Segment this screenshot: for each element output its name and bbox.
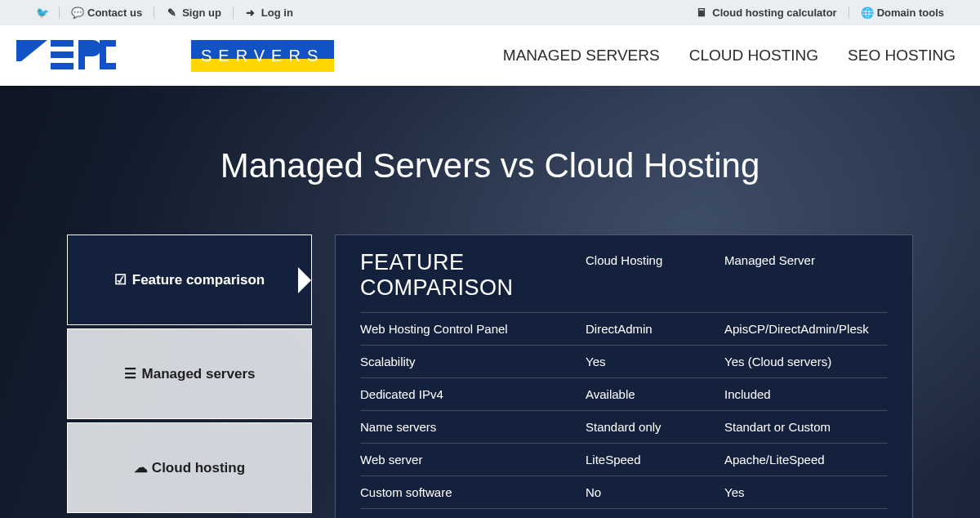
value-cloud: LiteSpeed xyxy=(586,453,724,467)
value-managed: Yes (Cloud servers) xyxy=(724,355,888,368)
login-icon: ➜ xyxy=(245,7,256,19)
column-managed-server: Managed Server xyxy=(724,250,888,267)
page-title: Managed Servers vs Cloud Hosting xyxy=(0,86,980,234)
server-icon: ☰ xyxy=(124,365,136,382)
nav-cloud-hosting[interactable]: CLOUD HOSTING xyxy=(689,47,818,65)
logo[interactable]: SERVERS xyxy=(15,33,334,78)
calculator-link[interactable]: 🖩Cloud hosting calculator xyxy=(684,7,849,19)
side-tabs: ☑ Feature comparison ☰ Managed servers ☁… xyxy=(67,234,312,518)
svg-rect-2 xyxy=(51,51,74,58)
svg-rect-1 xyxy=(51,40,74,47)
feature-name: Dedicated IPv4 xyxy=(360,387,586,401)
table-row: Web serverLiteSpeedApache/LiteSpeed xyxy=(360,443,888,476)
comparison-panel: FEATURE COMPARISON Cloud Hosting Managed… xyxy=(335,234,913,518)
comparison-rows: Web Hosting Control PanelDirectAdminApis… xyxy=(360,312,888,518)
login-label: Log in xyxy=(261,7,293,19)
twitter-icon: 🐦 xyxy=(36,7,47,19)
contact-link[interactable]: 💬Contact us xyxy=(60,7,154,19)
value-managed: Yes xyxy=(724,485,888,499)
contact-label: Contact us xyxy=(87,7,142,19)
login-link[interactable]: ➜Log in xyxy=(234,7,305,19)
tab-cloud-hosting[interactable]: ☁ Cloud hosting xyxy=(67,422,312,513)
value-cloud: Standard only xyxy=(586,420,724,434)
value-managed: Included xyxy=(724,387,888,401)
feature-name: Name servers xyxy=(360,420,586,434)
hero: Managed Servers vs Cloud Hosting ☑ Featu… xyxy=(0,86,980,518)
logo-badge: SERVERS xyxy=(191,40,334,72)
panel-header: FEATURE COMPARISON Cloud Hosting Managed… xyxy=(360,250,888,301)
signup-label: Sign up xyxy=(182,7,221,19)
column-cloud-hosting: Cloud Hosting xyxy=(586,250,724,267)
tab-label: Feature comparison xyxy=(132,272,265,288)
topbar: 🐦 💬Contact us ✎Sign up ➜Log in 🖩Cloud ho… xyxy=(0,0,980,25)
svg-marker-0 xyxy=(16,40,47,61)
twitter-link[interactable]: 🐦 xyxy=(24,7,60,19)
panel-title: FEATURE COMPARISON xyxy=(360,250,586,301)
tab-label: Managed servers xyxy=(142,366,256,382)
feature-name: Scalability xyxy=(360,355,586,368)
svg-rect-3 xyxy=(51,63,74,69)
table-row: Web Hosting Control PanelDirectAdminApis… xyxy=(360,312,888,345)
domaintools-link[interactable]: 🌐Domain tools xyxy=(849,7,956,19)
main-nav: SERVERS MANAGED SERVERS CLOUD HOSTING SE… xyxy=(0,25,980,86)
topbar-right: 🖩Cloud hosting calculator 🌐Domain tools xyxy=(684,7,956,19)
nav-managed-servers[interactable]: MANAGED SERVERS xyxy=(503,47,660,65)
calculator-label: Cloud hosting calculator xyxy=(712,7,836,19)
value-cloud: No xyxy=(586,485,724,499)
value-managed: Standart or Custom xyxy=(724,420,888,434)
globe-icon: 🌐 xyxy=(861,7,872,19)
table-row: Dedicated IPv4AvailableIncluded xyxy=(360,377,888,410)
value-cloud: Available xyxy=(586,387,724,401)
tab-managed-servers[interactable]: ☰ Managed servers xyxy=(67,328,312,419)
feature-name: Web server xyxy=(360,453,586,467)
value-cloud: DirectAdmin xyxy=(586,322,724,336)
table-row: Custom configurationNoYes xyxy=(360,508,888,518)
feature-name: Custom software xyxy=(360,485,586,499)
nav-seo-hosting[interactable]: SEO HOSTING xyxy=(848,47,956,65)
content: ☑ Feature comparison ☰ Managed servers ☁… xyxy=(0,234,980,518)
edit-icon: ✎ xyxy=(166,7,177,19)
table-row: ScalabilityYesYes (Cloud servers) xyxy=(360,345,888,377)
table-row: Custom softwareNoYes xyxy=(360,476,888,508)
tab-feature-comparison[interactable]: ☑ Feature comparison xyxy=(67,234,312,325)
value-cloud: Yes xyxy=(586,355,724,368)
logo-mark xyxy=(15,33,186,78)
signup-link[interactable]: ✎Sign up xyxy=(154,7,234,19)
nav-links: MANAGED SERVERS CLOUD HOSTING SEO HOSTIN… xyxy=(503,47,956,65)
table-row: Name serversStandard onlyStandart or Cus… xyxy=(360,410,888,443)
comment-icon: 💬 xyxy=(71,7,82,19)
topbar-left: 🐦 💬Contact us ✎Sign up ➜Log in xyxy=(24,7,305,19)
value-managed: ApisCP/DirectAdmin/Plesk xyxy=(724,322,888,336)
domaintools-label: Domain tools xyxy=(877,7,944,19)
cloud-icon: ☁ xyxy=(134,459,145,476)
feature-name: Web Hosting Control Panel xyxy=(360,322,586,336)
check-square-icon: ☑ xyxy=(114,271,126,288)
value-managed: Apache/LiteSpeed xyxy=(724,453,888,467)
tab-label: Cloud hosting xyxy=(152,460,245,476)
calculator-icon: 🖩 xyxy=(696,7,707,19)
